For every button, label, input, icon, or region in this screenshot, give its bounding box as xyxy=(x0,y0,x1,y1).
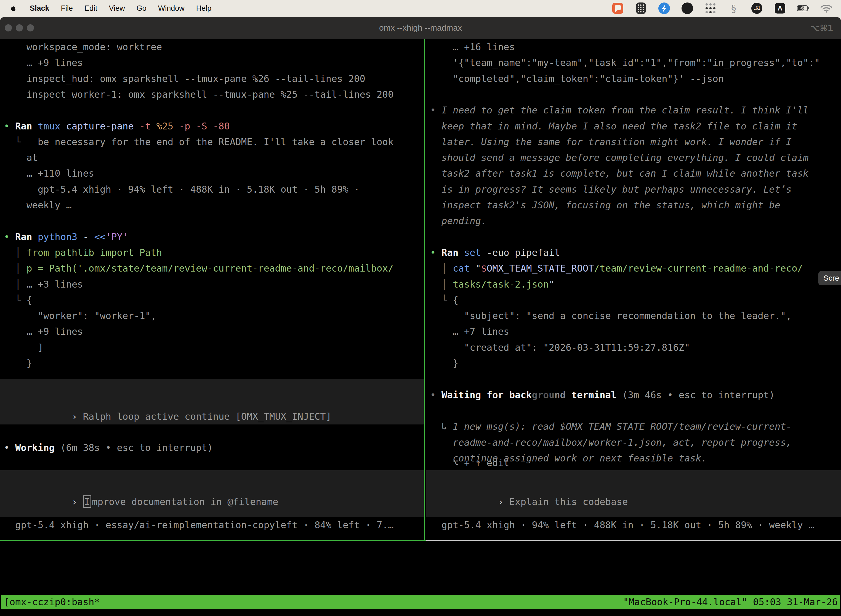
prompt-chevron: › xyxy=(498,496,504,507)
text-segment: -p xyxy=(179,120,196,132)
text-segment: tasks/task-2.json xyxy=(453,279,549,290)
text-segment: task2 after task1 is complete, but can I… xyxy=(430,168,809,179)
text-segment: Ran xyxy=(15,231,38,242)
text-segment: inspect task2's JSON, focusing on the st… xyxy=(430,199,780,211)
text-segment: from pathlib import Path xyxy=(26,247,162,258)
text-segment: " xyxy=(549,279,554,290)
screenshot-tooltip: Scre xyxy=(818,271,841,285)
text-segment: ⌥ + ↑ edit xyxy=(430,457,509,468)
dots-grid-icon[interactable] xyxy=(704,2,717,15)
pane-border-bottom-right xyxy=(426,540,841,541)
apple-menu-icon[interactable] xyxy=(10,4,18,13)
window-titlebar[interactable]: omx --xhigh --madmax ⌥⌘1 xyxy=(0,17,841,39)
terminal-line: workspace_mode: worktree xyxy=(0,39,424,55)
wifi-icon[interactable] xyxy=(820,2,833,15)
menu-item-app[interactable]: Slack xyxy=(30,4,49,13)
pane-divider-vertical[interactable] xyxy=(424,39,425,541)
terminal-line: inspect task2's JSON, focusing on the st… xyxy=(426,197,841,213)
screen: Slack FileEditViewGoWindowHelp § ..61 A xyxy=(0,0,841,616)
terminal-line: "created_at": "2026-03-31T11:59:27.816Z" xyxy=(426,340,841,355)
text-segment: Ran xyxy=(15,120,38,132)
terminal-line: • Ran tmux capture-pane -t %25 -p -S -80 xyxy=(0,119,424,134)
terminal-line: task2 after task1 is complete, but can I… xyxy=(426,166,841,181)
text-segment: keep that in mind. Maybe I also need the… xyxy=(430,120,797,132)
text-segment: gpt-5.4 xhigh · 94% left · 488K in · 5.1… xyxy=(4,184,360,195)
terminal-line: • Working (6m 38s • esc to interrupt) xyxy=(0,440,424,456)
terminal-line: │ p = Path('.omx/state/team/review-curre… xyxy=(0,261,424,276)
text-segment: • xyxy=(4,231,15,242)
text-segment: " xyxy=(475,263,481,274)
text-segment: workspace_mode: worktree xyxy=(4,41,162,53)
squiggle-icon[interactable]: § xyxy=(727,2,740,15)
terminal-line: should send a message before completing … xyxy=(426,150,841,166)
text-segment: readme-and-reco/mailbox/worker-1.json, a… xyxy=(430,437,792,448)
terminal-window: omx --xhigh --madmax ⌥⌘1 › Ralph loop ac… xyxy=(0,17,841,616)
slack-badge-icon[interactable] xyxy=(611,2,624,15)
terminal-line: readme-and-reco/mailbox/worker-1.json, a… xyxy=(426,435,841,450)
tmux-pane-left[interactable]: › Ralph loop active continue [OMX_TMUX_I… xyxy=(0,39,424,540)
text-segment: -80 xyxy=(213,120,230,132)
terminal-line: │ from pathlib import Path xyxy=(0,245,424,261)
terminal-line: } xyxy=(426,355,841,371)
menu-item-edit[interactable]: Edit xyxy=(84,4,97,13)
text-segment: -t xyxy=(139,120,156,132)
text-segment: capture-pane xyxy=(66,120,139,132)
blue-bolt-icon[interactable] xyxy=(658,2,671,15)
terminal-line: inspect_worker-1: omx sparkshell --tmux-… xyxy=(0,87,424,103)
battery-icon[interactable] xyxy=(797,2,810,15)
text-segment: inspect_hud: omx sparkshell --tmux-pane … xyxy=(4,73,365,84)
text-segment: … +3 lines xyxy=(26,279,83,290)
text-segment: grou xyxy=(532,389,554,400)
text-segment: … +7 lines xyxy=(430,326,509,337)
terminal-line: } xyxy=(0,355,424,371)
menu-item-help[interactable]: Help xyxy=(196,4,212,13)
ralph-loop-text: Ralph loop active continue [OMX_TMUX_INJ… xyxy=(83,411,332,422)
text-segment: └ xyxy=(430,295,453,305)
menu-item-view[interactable]: View xyxy=(109,4,125,13)
tmux-status-bar: [omx-cczip0:bash* "MacBook-Pro-44.local"… xyxy=(1,595,840,609)
input-source-icon[interactable]: A xyxy=(774,2,786,15)
count-badge-icon[interactable]: ..61 xyxy=(750,2,763,15)
text-segment: └ xyxy=(4,295,26,305)
right-prompt-input[interactable]: › Explain this codebase xyxy=(426,470,841,517)
menu-items: FileEditViewGoWindowHelp xyxy=(61,4,212,13)
text-segment: { xyxy=(26,295,32,305)
text-segment: inspect_worker-1: omx sparkshell --tmux-… xyxy=(4,89,393,100)
terminal-line: └ { xyxy=(0,292,424,308)
text-segment: (6m 38s • esc to interrupt) xyxy=(60,442,213,453)
text-segment: │ xyxy=(430,263,453,274)
terminal-line: └ be necessary for the end of the README… xyxy=(0,134,424,150)
text-segment: • xyxy=(430,247,441,258)
terminal-line: "worker": "worker-1", xyxy=(0,308,424,324)
text-segment: -S xyxy=(196,120,213,132)
text-segment: "created_at": "2026-03-31T11:59:27.816Z" xyxy=(430,342,690,353)
terminal-line: "subject": "send a concise recommendatio… xyxy=(426,308,841,324)
tmux-pane-right[interactable]: › Explain this codebase gpt-5.4 xhigh · … xyxy=(426,39,841,540)
text-segment: … +110 lines xyxy=(4,168,94,179)
menu-item-window[interactable]: Window xyxy=(158,4,185,13)
text-segment: /team/review-current-readme-and-reco/ xyxy=(594,263,803,274)
text-segment: • xyxy=(4,120,15,132)
terminal-line: at xyxy=(0,150,424,166)
terminal-line: pending. xyxy=(426,213,841,229)
text-segment: "worker": "worker-1", xyxy=(4,310,157,321)
crescent-icon[interactable] xyxy=(681,2,694,15)
tmux-session-label: [omx-cczip0:bash* xyxy=(1,595,100,609)
menu-item-go[interactable]: Go xyxy=(136,4,147,13)
text-segment: │ xyxy=(430,279,453,290)
window-title: omx --xhigh --madmax xyxy=(0,17,841,39)
text-segment: -euo pipefail xyxy=(487,247,560,258)
terminal-line: … +9 lines xyxy=(0,324,424,339)
text-segment: OMX_TEAM_STATE_ROOT xyxy=(487,263,594,274)
text-segment: terminal xyxy=(566,389,617,400)
text-segment: (3m 46s • esc to interrupt) xyxy=(617,389,775,400)
left-prompt-input[interactable]: › Improve documentation in @filename xyxy=(0,470,424,517)
left-pane-status: gpt-5.4 xhigh · essay/ai-reimplementatio… xyxy=(15,517,393,533)
text-segment: { xyxy=(453,295,458,305)
text-segment: │ xyxy=(4,247,26,258)
terminal-line: • I need to get the claim token from the… xyxy=(426,103,841,118)
menu-item-file[interactable]: File xyxy=(61,4,73,13)
text-segment: I need to get the claim token from the c… xyxy=(441,105,809,116)
ralph-loop-banner[interactable]: › Ralph loop active continue [OMX_TMUX_I… xyxy=(0,379,424,424)
grid-shield-icon[interactable] xyxy=(634,2,647,15)
